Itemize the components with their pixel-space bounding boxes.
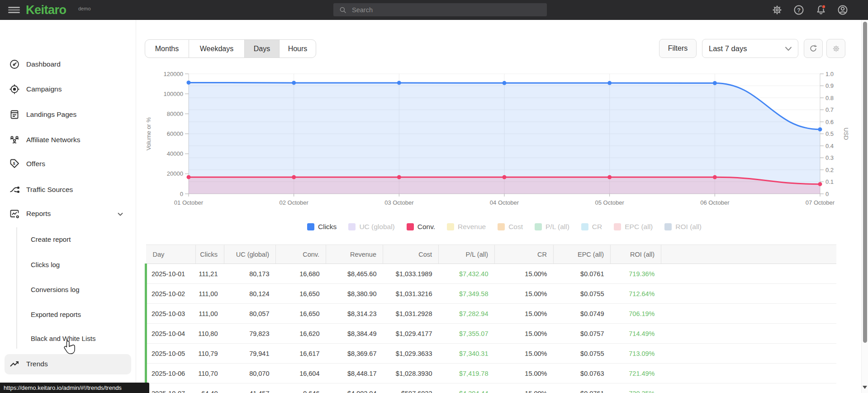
- table-cell: $7,355.07: [439, 324, 495, 344]
- column-header[interactable]: CR: [495, 245, 554, 264]
- column-header[interactable]: Revenue: [326, 245, 383, 264]
- table-cell: $0.0757: [554, 324, 611, 344]
- sidebar-subitem-conversions-log[interactable]: Conversions log: [0, 283, 136, 296]
- table-row[interactable]: 2025-10-0764,4041,4579,646$4,902.04$597.…: [146, 383, 837, 393]
- table-cell: $0.0761: [554, 383, 611, 393]
- table-row[interactable]: 2025-10-05110,7979,94116,617$8,369.67$1,…: [146, 344, 837, 364]
- topbar: Keitaro demo ?: [0, 0, 868, 20]
- legend-swatch: [307, 223, 314, 230]
- table-row[interactable]: 2025-10-03111,0080,05716,650$8,314.23$1,…: [146, 304, 837, 324]
- legend-item-epc-all[interactable]: EPC (all): [614, 223, 653, 231]
- column-header[interactable]: EPC (all): [554, 245, 611, 264]
- sidebar-item-traffic-sources[interactable]: Traffic Sources: [0, 181, 136, 199]
- sidebar-subitem-exported-reports[interactable]: Exported reports: [0, 308, 136, 321]
- table-cell: 80,057: [224, 304, 276, 324]
- svg-text:0.1: 0.1: [825, 178, 834, 185]
- sidebar-item-affiliate-networks[interactable]: Affiliate Networks: [0, 131, 136, 149]
- column-header[interactable]: Day: [146, 245, 196, 264]
- table-cell: $8,380.90: [326, 284, 383, 304]
- table-cell: $0.0761: [554, 264, 611, 284]
- svg-text:02 October: 02 October: [280, 199, 309, 206]
- svg-text:04 October: 04 October: [490, 199, 519, 206]
- bell-icon[interactable]: [816, 5, 826, 15]
- sidebar-item-label: Traffic Sources: [26, 186, 73, 194]
- search-icon: [339, 6, 347, 14]
- svg-text:100000: 100000: [164, 91, 183, 97]
- hamburger-menu-icon[interactable]: [8, 7, 20, 13]
- reports-icon: [9, 208, 20, 219]
- sidebar-item-landings-pages[interactable]: Landings Pages: [0, 105, 136, 124]
- search-box[interactable]: [333, 3, 547, 16]
- svg-text:03 October: 03 October: [384, 199, 414, 206]
- legend-item-cost[interactable]: Cost: [498, 223, 523, 231]
- column-header[interactable]: Clicks: [196, 245, 224, 264]
- sidebar-item-campaigns[interactable]: Campaigns: [0, 80, 136, 98]
- table-row[interactable]: 2025-10-02111,0080,12416,650$8,380.90$1,…: [146, 284, 837, 304]
- svg-text:Volume or %: Volume or %: [145, 117, 152, 150]
- page-scrollbar[interactable]: [861, 20, 868, 393]
- sidebar-item-dashboard[interactable]: Dashboard: [0, 55, 136, 73]
- table-cell-filler: [661, 383, 837, 393]
- help-icon[interactable]: ?: [793, 5, 804, 15]
- legend-swatch: [614, 223, 621, 230]
- svg-text:0: 0: [825, 191, 829, 197]
- table-cell: $8,448.17: [326, 364, 383, 383]
- legend-item-cr[interactable]: CR: [581, 223, 602, 231]
- table-cell: 16,650: [276, 284, 326, 304]
- table-row[interactable]: 2025-10-06110,7080,07016,604$8,448.17$1,…: [146, 364, 837, 383]
- table-cell: 16,650: [276, 304, 326, 324]
- table-cell: 15.00%: [495, 364, 554, 383]
- legend-label: Revenue: [458, 223, 486, 231]
- table-cell-filler: [661, 264, 837, 284]
- table-cell: $0.0755: [554, 344, 611, 364]
- column-header[interactable]: Cost: [383, 245, 439, 264]
- table-cell-filler: [661, 344, 837, 364]
- table-cell: $7,340.31: [439, 344, 495, 364]
- svg-text:0: 0: [180, 191, 183, 197]
- account-icon[interactable]: [837, 5, 848, 15]
- table-cell: $1,029.3633: [383, 344, 439, 364]
- legend-item-p-l-all[interactable]: P/L (all): [535, 223, 569, 231]
- search-input[interactable]: [351, 6, 534, 14]
- notification-dot: [822, 5, 825, 9]
- scrollbar-thumb[interactable]: [863, 22, 867, 343]
- trends-line-chart[interactable]: 02000040000600008000010000012000000.10.2…: [136, 53, 861, 212]
- column-header[interactable]: P/L (all): [439, 245, 495, 264]
- legend-label: EPC (all): [625, 223, 653, 231]
- svg-text:40000: 40000: [167, 150, 183, 157]
- column-header[interactable]: Conv.: [276, 245, 326, 264]
- sidebar-subitem-black-white-lists[interactable]: Black and White Lists: [0, 332, 136, 345]
- legend-item-roi-all[interactable]: ROI (all): [664, 223, 702, 231]
- svg-text:USD: USD: [843, 128, 849, 140]
- column-header-filler: [661, 245, 837, 264]
- table-cell: 720.35%: [611, 383, 661, 393]
- gear-icon[interactable]: [772, 5, 783, 15]
- table-cell: 80,070: [224, 364, 276, 383]
- legend-item-conv[interactable]: Conv.: [407, 223, 435, 231]
- sidebar-subitem-clicks-log[interactable]: Clicks log: [0, 258, 136, 271]
- scrollbar-down-arrow[interactable]: [863, 386, 867, 389]
- column-header[interactable]: UC (global): [224, 245, 276, 264]
- table-row[interactable]: 2025-10-01111,2180,17316,680$8,465.60$1,…: [146, 264, 837, 284]
- legend-item-uc-global[interactable]: UC (global): [348, 223, 394, 231]
- legend-item-revenue[interactable]: Revenue: [447, 223, 486, 231]
- sidebar-subitem-label: Black and White Lists: [31, 335, 95, 342]
- sidebar-subitem-create-report[interactable]: Create report: [0, 233, 136, 245]
- table-cell: $1,031.2928: [383, 304, 439, 324]
- app-logo: Keitaro: [26, 0, 66, 20]
- table-cell: $7,349.58: [439, 284, 495, 304]
- column-header[interactable]: ROI (all): [611, 245, 661, 264]
- sidebar-item-offers[interactable]: $ Offers: [0, 155, 136, 173]
- table-cell: $7,432.40: [439, 264, 495, 284]
- table-cell: $8,369.67: [326, 344, 383, 364]
- table-row[interactable]: 2025-10-04110,8079,82316,620$8,384.49$1,…: [146, 324, 837, 344]
- sidebar-item-trends[interactable]: Trends: [0, 355, 136, 373]
- legend-label: CR: [592, 223, 602, 231]
- table-cell: $8,384.49: [326, 324, 383, 344]
- legend-label: UC (global): [359, 223, 394, 231]
- table-cell: 15.00%: [495, 324, 554, 344]
- offers-icon: $: [9, 158, 20, 169]
- sidebar-item-reports[interactable]: Reports: [0, 205, 136, 223]
- chevron-down-icon[interactable]: [117, 211, 124, 218]
- legend-item-clicks[interactable]: Clicks: [307, 223, 337, 231]
